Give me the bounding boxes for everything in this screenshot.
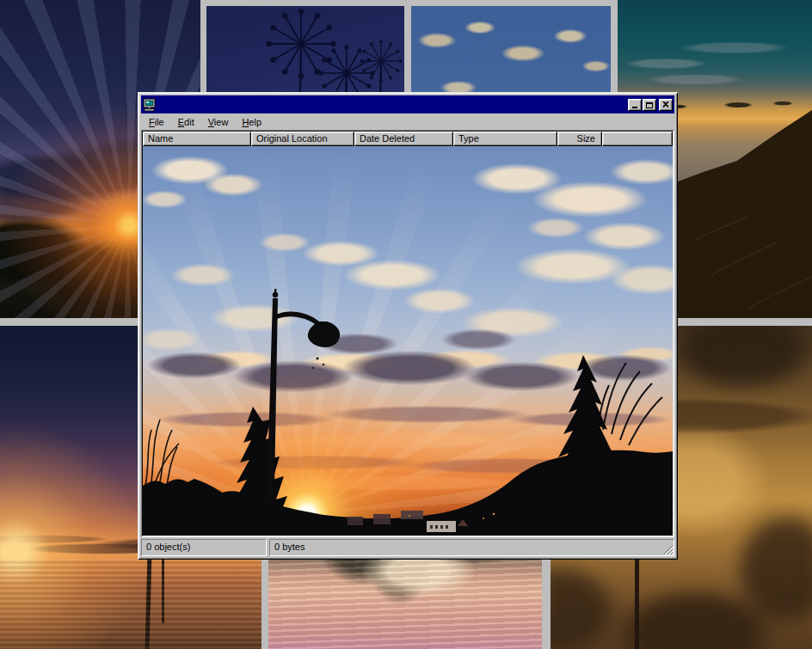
minimize-icon: [632, 107, 637, 108]
menu-item-view[interactable]: View: [201, 115, 236, 129]
list-view: Name Original Location Date Deleted Type…: [141, 130, 674, 537]
client-photo-silhouettes: [143, 146, 673, 536]
column-header-blank[interactable]: [602, 132, 673, 146]
column-header-date-deleted[interactable]: Date Deleted: [354, 132, 453, 146]
status-bar: 0 object(s) 0 bytes: [141, 539, 674, 556]
recycle-bin-window: File Edit View Help Name Original Locati…: [138, 92, 678, 560]
maximize-icon: [646, 102, 653, 108]
recycle-bin-client-area[interactable]: [143, 146, 673, 536]
minimize-button[interactable]: [628, 99, 642, 111]
desktop: File Edit View Help Name Original Locati…: [0, 0, 812, 649]
column-header-type[interactable]: Type: [453, 132, 557, 146]
column-header-original-location[interactable]: Original Location: [251, 132, 354, 146]
close-button[interactable]: [659, 99, 673, 111]
column-header-name[interactable]: Name: [143, 132, 251, 146]
snag-tree-silhouette: [162, 556, 164, 623]
menu-bar: File Edit View Help: [141, 113, 674, 130]
window-controls: [628, 99, 673, 111]
status-bytes: 0 bytes: [269, 539, 674, 556]
status-objects: 0 object(s): [141, 539, 267, 556]
menu-item-file[interactable]: File: [142, 115, 171, 129]
window-titlebar[interactable]: [141, 95, 674, 113]
column-headers: Name Original Location Date Deleted Type…: [143, 132, 673, 146]
snag-tree-silhouette: [145, 554, 152, 649]
list-view-inner: Name Original Location Date Deleted Type…: [142, 131, 674, 536]
menu-item-help[interactable]: Help: [235, 115, 268, 129]
resize-grip-icon[interactable]: [662, 544, 674, 555]
close-icon: [662, 101, 669, 107]
maximize-button[interactable]: [643, 99, 656, 111]
computer-icon[interactable]: [143, 98, 157, 112]
column-header-size[interactable]: Size: [557, 132, 602, 146]
menu-item-edit[interactable]: Edit: [171, 115, 201, 129]
